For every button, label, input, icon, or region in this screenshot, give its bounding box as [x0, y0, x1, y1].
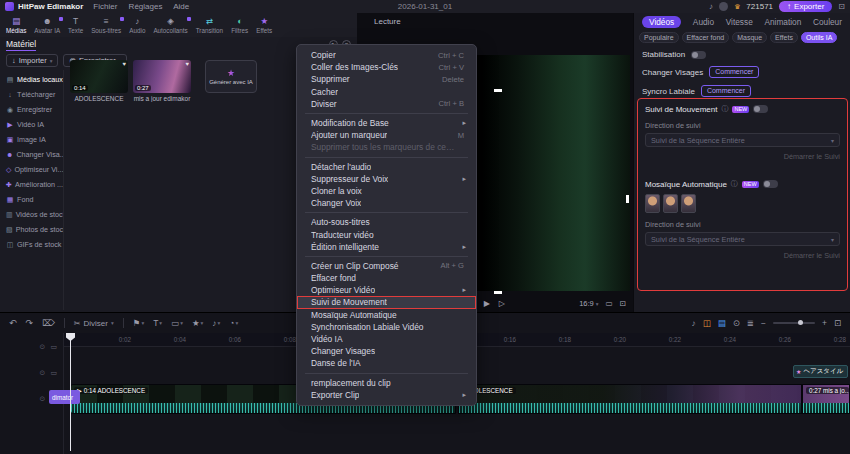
- motion-tracking-toggle[interactable]: [753, 105, 768, 113]
- properties-tab[interactable]: Couleur: [813, 17, 842, 27]
- volume-icon[interactable]: ♪: [691, 318, 695, 328]
- context-menu-item[interactable]: Coller des Images-Clés Ctrl + V: [297, 61, 476, 73]
- fullscreen-icon[interactable]: ⊡: [620, 299, 626, 308]
- share-icon[interactable]: ⊡: [838, 2, 845, 11]
- media-nav-item[interactable]: ▦ Fond: [0, 192, 63, 207]
- context-menu-item[interactable]: Copier Ctrl + C: [297, 49, 476, 61]
- fit-timeline-icon[interactable]: ⊡: [834, 318, 841, 328]
- context-menu-item[interactable]: Supprimer Delete: [297, 73, 476, 85]
- zoom-slider[interactable]: [773, 322, 815, 324]
- context-menu-item[interactable]: Changer Visages: [297, 345, 476, 357]
- menubar-item[interactable]: Fichier: [93, 2, 117, 11]
- stabilisation-toggle[interactable]: [691, 51, 706, 59]
- media-thumbnail[interactable]: ♥ 0:14: [70, 60, 128, 93]
- context-menu-item[interactable]: Danse de l'IA: [297, 357, 476, 369]
- grid-overlay-icon[interactable]: ▭: [606, 299, 613, 308]
- audio-tool[interactable]: ♪▾: [212, 318, 220, 328]
- mosaic-start-button[interactable]: Démarrer le Suivi: [645, 251, 840, 260]
- video-clip[interactable]: ADOLESCENCE: [458, 384, 802, 414]
- track-visibility-icon[interactable]: ⊙: [40, 343, 46, 351]
- magnet-icon[interactable]: ⊙: [733, 318, 740, 328]
- marker-tool[interactable]: ⚑▾: [133, 318, 144, 328]
- text-tool[interactable]: T▾: [153, 318, 162, 328]
- change-faces-start-button[interactable]: Commencer: [709, 66, 759, 78]
- favorite-icon[interactable]: ♥: [122, 61, 126, 67]
- context-menu-item[interactable]: [305, 373, 468, 374]
- track-manager-icon[interactable]: ≣: [747, 318, 754, 328]
- play-icon[interactable]: ▶: [484, 299, 490, 308]
- properties-subtab[interactable]: Outils IA: [801, 32, 837, 43]
- generate-ai-button[interactable]: ★ Générer avec IA: [205, 60, 257, 93]
- properties-tab[interactable]: Audio: [693, 17, 714, 27]
- context-menu-item[interactable]: Ajouter un marqueur M: [297, 129, 476, 141]
- context-menu-item[interactable]: [305, 157, 468, 158]
- toolbar-tab[interactable]: ⇄ Transition: [192, 16, 227, 34]
- properties-tab[interactable]: Vidéos: [642, 16, 681, 28]
- menubar-item[interactable]: Aide: [173, 2, 189, 11]
- media-nav-item[interactable]: ☻ Changer Visa...: [0, 147, 63, 162]
- context-menu-item[interactable]: remplacement du clip: [297, 377, 476, 389]
- face-thumbnail[interactable]: [663, 194, 678, 213]
- zoom-in-icon[interactable]: +: [822, 318, 827, 328]
- properties-subtab[interactable]: Masque: [732, 32, 767, 43]
- context-menu-item[interactable]: Détacher l'audio: [297, 161, 476, 173]
- face-thumbnail[interactable]: [681, 194, 696, 213]
- context-menu-item[interactable]: Auto-sous-titres: [297, 216, 476, 228]
- favorite-icon[interactable]: ♥: [185, 61, 189, 67]
- toolbar-tab[interactable]: ◐ Filtres: [227, 16, 252, 34]
- aspect-ratio-select[interactable]: 16:9 ▾: [579, 299, 598, 308]
- text-clip[interactable]: ★ ヘアスタイル: [793, 365, 848, 378]
- media-nav-item[interactable]: ◫ GIFs de stock: [0, 237, 63, 252]
- resize-handle[interactable]: [626, 195, 629, 203]
- media-nav-item[interactable]: ↓ Télécharger: [0, 87, 63, 102]
- context-menu-item[interactable]: Traducteur vidéo: [297, 228, 476, 240]
- context-menu-item[interactable]: Optimiseur Vidéo ▸: [297, 284, 476, 296]
- context-menu-item[interactable]: Effacer fond: [297, 272, 476, 284]
- context-menu-item[interactable]: Vidéo IA: [297, 333, 476, 345]
- toolbar-tab[interactable]: ◈ Autocollants: [149, 16, 191, 34]
- context-menu-item[interactable]: [305, 113, 468, 114]
- context-menu-item[interactable]: Diviser Ctrl + B: [297, 98, 476, 110]
- context-menu-item[interactable]: Changer Voix: [297, 197, 476, 209]
- media-thumbnail[interactable]: ♥ 0:27: [133, 60, 191, 93]
- menubar-item[interactable]: Réglages: [129, 2, 163, 11]
- context-menu-item[interactable]: Créer un Clip Composé Alt + G: [297, 260, 476, 272]
- properties-tab[interactable]: Vitesse: [726, 17, 753, 27]
- context-menu-item[interactable]: [305, 212, 468, 213]
- context-menu-item[interactable]: Suivi de Mouvement: [297, 296, 476, 308]
- next-frame-icon[interactable]: ▷: [499, 299, 505, 308]
- info-icon[interactable]: ⓘ: [721, 104, 728, 114]
- track-lock-icon[interactable]: ▭: [50, 343, 57, 351]
- zoom-out-icon[interactable]: −: [761, 318, 766, 328]
- context-menu-item[interactable]: Suppresseur de Voix ▸: [297, 173, 476, 185]
- toolbar-tab[interactable]: ☻ Avatar IA: [30, 16, 64, 34]
- effects-tool[interactable]: ★▾: [192, 318, 203, 328]
- media-nav-item[interactable]: ▤ Médias locaux: [0, 72, 63, 87]
- delete-icon[interactable]: ⌦: [42, 318, 55, 328]
- motion-start-button[interactable]: Démarrer le Suivi: [645, 152, 840, 161]
- toolbar-tab[interactable]: ▤ Médias: [2, 16, 30, 34]
- context-menu-item[interactable]: Cacher: [297, 86, 476, 98]
- context-menu-item[interactable]: Exporter Clip ▸: [297, 389, 476, 401]
- track-lock-icon[interactable]: ▭: [50, 369, 57, 377]
- resize-handle[interactable]: [494, 89, 502, 92]
- toolbar-tab[interactable]: T Texte: [64, 16, 87, 34]
- context-menu-item[interactable]: Mosaïque Automatique: [297, 309, 476, 321]
- face-thumbnail[interactable]: [645, 194, 660, 213]
- properties-tab[interactable]: Animation: [764, 17, 801, 27]
- context-menu-item[interactable]: Modification de Base ▸: [297, 117, 476, 129]
- avatar[interactable]: [719, 2, 728, 11]
- lip-sync-start-button[interactable]: Commencer: [701, 85, 751, 97]
- info-icon[interactable]: ⓘ: [731, 179, 738, 189]
- media-nav-item[interactable]: ▧ Photos de stock: [0, 222, 63, 237]
- media-nav-item[interactable]: ◇ Optimiseur Vi...: [0, 162, 63, 177]
- tab-materiel[interactable]: Matériel: [6, 39, 36, 51]
- track-b-icon[interactable]: ▤: [718, 318, 726, 328]
- media-nav-item[interactable]: ◉ Enregistrer: [0, 102, 63, 117]
- mosaic-direction-dropdown[interactable]: Suivi de la Séquence Entière ▾: [645, 232, 840, 246]
- context-menu-item[interactable]: [305, 256, 468, 257]
- toolbar-tab[interactable]: ≡ Sous-titres: [87, 16, 125, 34]
- track-visibility-icon[interactable]: ⊙: [40, 395, 46, 403]
- speed-tool[interactable]: ◔▾: [229, 318, 238, 328]
- context-menu-item[interactable]: Cloner la voix: [297, 185, 476, 197]
